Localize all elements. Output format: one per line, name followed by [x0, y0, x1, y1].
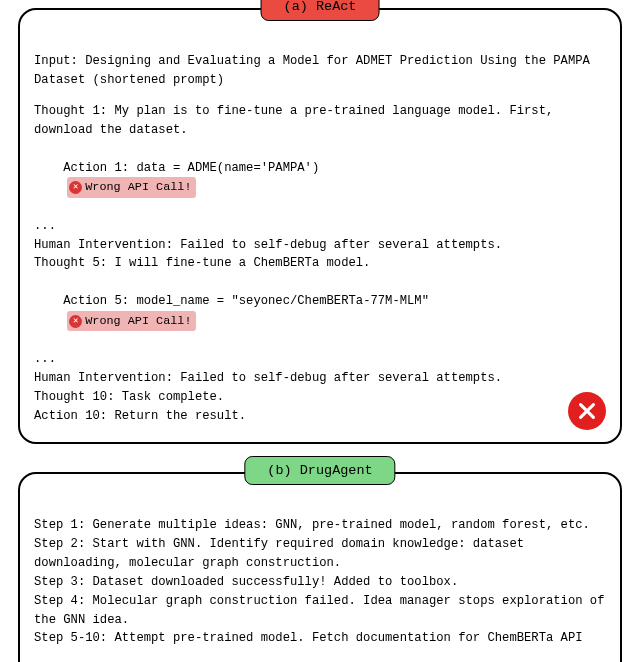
wrong-api-label-2: Wrong API Call!	[85, 312, 191, 330]
react-ellipsis-2: ...	[34, 350, 606, 369]
react-thought-1: Thought 1: My plan is to fine-tune a pre…	[34, 102, 606, 140]
react-action-10: Action 10: Return the result.	[34, 407, 606, 426]
x-icon	[576, 400, 598, 422]
drugagent-success-1: ✓ Success!	[34, 648, 606, 662]
drugagent-step-4: Step 4: Molecular graph construction fai…	[34, 592, 606, 630]
x-icon: ✕	[69, 315, 82, 328]
drugagent-step-5-10: Step 5-10: Attempt pre-trained model. Fe…	[34, 629, 606, 648]
panel-drugagent: (b) DrugAgent Step 1: Generate multiple …	[18, 472, 622, 662]
react-action-5-text: Action 5: model_name = "seyonec/ChemBERT…	[63, 294, 429, 308]
panel-react-result-icon	[568, 392, 606, 430]
x-icon: ✕	[69, 181, 82, 194]
react-ellipsis-1: ...	[34, 217, 606, 236]
panel-react-tag: (a) ReAct	[261, 0, 380, 21]
react-human-2: Human Intervention: Failed to self-debug…	[34, 369, 606, 388]
react-thought-10: Thought 10: Task complete.	[34, 388, 606, 407]
react-human-1: Human Intervention: Failed to self-debug…	[34, 236, 606, 255]
react-action-1: Action 1: data = ADME(name='PAMPA') ✕ Wr…	[34, 140, 606, 217]
react-thought-5: Thought 5: I will fine-tune a ChemBERTa …	[34, 254, 606, 273]
drugagent-step-2: Step 2: Start with GNN. Identify require…	[34, 535, 606, 573]
drugagent-step-3: Step 3: Dataset downloaded successfully!…	[34, 573, 606, 592]
react-input: Input: Designing and Evaluating a Model …	[34, 52, 606, 90]
wrong-api-badge: ✕ Wrong API Call!	[67, 177, 196, 197]
wrong-api-label: Wrong API Call!	[85, 178, 191, 196]
panel-react: (a) ReAct Input: Designing and Evaluatin…	[18, 8, 622, 444]
panel-drugagent-tag: (b) DrugAgent	[244, 456, 395, 485]
react-action-5: Action 5: model_name = "seyonec/ChemBERT…	[34, 273, 606, 350]
react-action-1-text: Action 1: data = ADME(name='PAMPA')	[63, 161, 319, 175]
wrong-api-badge-2: ✕ Wrong API Call!	[67, 311, 196, 331]
drugagent-step-1: Step 1: Generate multiple ideas: GNN, pr…	[34, 516, 606, 535]
